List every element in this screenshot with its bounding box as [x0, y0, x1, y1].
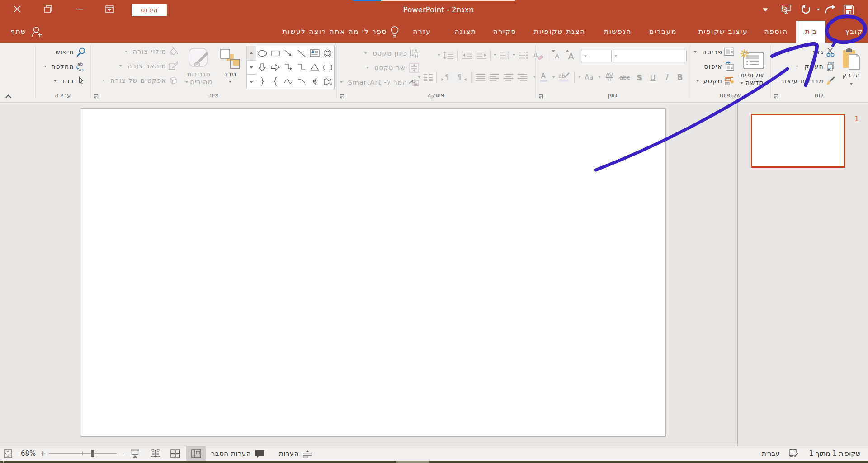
- zoom-slider[interactable]: [49, 446, 117, 461]
- shape-triangle[interactable]: [308, 60, 321, 74]
- align-center-button[interactable]: [504, 71, 513, 84]
- shape-scribble[interactable]: [308, 75, 321, 89]
- shape-elbow-connector[interactable]: [295, 60, 308, 74]
- zoom-out-button[interactable]: −: [118, 446, 125, 461]
- tab-transitions[interactable]: מעברים: [640, 21, 685, 43]
- shapes-scroll-down-button[interactable]: [247, 61, 256, 75]
- cut-button[interactable]: גזור: [779, 45, 835, 59]
- paste-button[interactable]: הדבק: [835, 47, 867, 94]
- justify-button[interactable]: [476, 71, 485, 84]
- line-spacing-button[interactable]: [443, 49, 454, 61]
- replace-button[interactable]: a b a c החלפה: [35, 59, 86, 74]
- paragraph-dialog-launcher[interactable]: [340, 94, 344, 99]
- bold-button[interactable]: B: [674, 71, 686, 84]
- font-color-button[interactable]: A: [538, 71, 550, 84]
- undo-button[interactable]: [801, 0, 811, 19]
- font-size-combobox[interactable]: [581, 50, 612, 62]
- zoom-in-button[interactable]: +: [40, 446, 46, 461]
- normal-view-button[interactable]: [186, 446, 206, 461]
- start-from-beginning-button[interactable]: [780, 0, 792, 19]
- tab-design[interactable]: עיצוב שקופית: [685, 21, 756, 43]
- slide-canvas[interactable]: [81, 108, 666, 437]
- convert-to-smartart-button[interactable]: המר ל- SmartArt: [336, 75, 419, 90]
- shape-down-arrow[interactable]: [256, 60, 269, 74]
- align-text-button[interactable]: ישר טקסט: [336, 61, 419, 75]
- spell-check-button[interactable]: [788, 446, 798, 461]
- zoom-level[interactable]: 68%: [21, 446, 36, 461]
- shape-fill-button[interactable]: מילוי צורה: [99, 44, 178, 59]
- undo-dropdown-button[interactable]: [816, 0, 821, 19]
- new-slide-button[interactable]: שקופית חדשה: [734, 47, 770, 94]
- layout-button[interactable]: פריסה: [690, 45, 734, 59]
- sign-in-button[interactable]: היכנס: [132, 4, 167, 16]
- change-case-button[interactable]: Aa: [583, 71, 595, 84]
- close-window-button[interactable]: [9, 0, 25, 18]
- redo-button[interactable]: [825, 0, 836, 19]
- reset-button[interactable]: איפוס: [690, 59, 734, 74]
- shape-right-arrow[interactable]: [269, 60, 282, 74]
- shape-oval-ring[interactable]: [321, 46, 334, 60]
- shape-freeform[interactable]: [321, 75, 334, 89]
- align-left-button[interactable]: [490, 71, 499, 84]
- tab-help[interactable]: עזרה: [405, 21, 439, 43]
- shape-left-brace[interactable]: [269, 75, 282, 89]
- copy-button[interactable]: העתק: [779, 59, 835, 74]
- align-right-button[interactable]: [518, 71, 527, 84]
- tab-file[interactable]: קובץ: [825, 21, 868, 43]
- select-button[interactable]: בחר: [35, 74, 86, 88]
- shape-arc[interactable]: [295, 75, 308, 89]
- rtl-text-direction-button[interactable]: ¶: [456, 71, 467, 84]
- slide-sorter-view-button[interactable]: [170, 446, 180, 461]
- tell-me-box[interactable]: ספר לי מה אתה רוצה לעשות: [277, 21, 405, 43]
- shape-curve[interactable]: [282, 75, 295, 89]
- decrease-indent-button[interactable]: [476, 49, 487, 61]
- format-painter-button[interactable]: מברשת עיצוב: [779, 74, 835, 88]
- language-indicator[interactable]: עברית: [762, 446, 780, 461]
- comments-button[interactable]: הערות הסבר: [211, 446, 265, 461]
- tab-insert[interactable]: הוספה: [756, 21, 796, 43]
- strikethrough-button[interactable]: abc: [618, 71, 632, 84]
- increase-indent-button[interactable]: [462, 49, 472, 61]
- slideshow-view-button[interactable]: [130, 446, 140, 461]
- underline-button[interactable]: U: [647, 71, 659, 84]
- shape-arrow[interactable]: [282, 46, 295, 60]
- grow-font-button[interactable]: A: [565, 49, 577, 63]
- collapse-ribbon-button[interactable]: [5, 94, 12, 99]
- text-shadow-button[interactable]: S: [633, 71, 645, 84]
- save-button[interactable]: [844, 0, 854, 19]
- share-button[interactable]: שתף: [0, 21, 43, 43]
- numbering-button[interactable]: 1 2 3: [499, 49, 510, 61]
- section-button[interactable]: מקטע: [690, 74, 734, 88]
- shape-line[interactable]: [295, 46, 308, 60]
- reading-view-button[interactable]: [151, 446, 160, 461]
- find-button[interactable]: חיפוש: [35, 45, 86, 59]
- ribbon-display-options-button[interactable]: [101, 0, 118, 18]
- italic-button[interactable]: I: [660, 71, 672, 84]
- shapes-scroll-up-button[interactable]: [247, 46, 256, 61]
- character-spacing-button[interactable]: AV ↔: [603, 71, 616, 84]
- fit-slide-to-window-button[interactable]: [4, 446, 12, 461]
- bullets-button[interactable]: [518, 49, 528, 61]
- clipboard-dialog-launcher[interactable]: [774, 94, 778, 99]
- tab-home[interactable]: בית: [796, 21, 825, 43]
- font-name-combobox[interactable]: [611, 50, 687, 62]
- minimize-window-button[interactable]: [71, 0, 88, 18]
- tab-review[interactable]: סקירה: [485, 21, 524, 43]
- shape-right-brace[interactable]: [256, 75, 269, 89]
- shape-ellipse[interactable]: [256, 46, 269, 60]
- shapes-more-button[interactable]: [247, 75, 256, 89]
- tab-animations[interactable]: הנפשות: [594, 21, 640, 43]
- zoom-slider-handle[interactable]: [91, 450, 94, 457]
- shape-outline-button[interactable]: מיתאר צורה: [99, 59, 178, 73]
- font-dialog-launcher[interactable]: [538, 94, 543, 99]
- drawing-dialog-launcher[interactable]: [94, 94, 99, 99]
- arrange-button[interactable]: סדר: [216, 46, 244, 93]
- customize-quick-access-toolbar-button[interactable]: [762, 0, 769, 19]
- shape-text-box[interactable]: A: [308, 46, 321, 60]
- columns-button[interactable]: [423, 71, 433, 84]
- quick-styles-button[interactable]: סגנונות מהירים: [182, 46, 216, 93]
- notes-button[interactable]: הערות: [279, 446, 312, 461]
- tab-slideshow[interactable]: הצגת שקופיות: [524, 21, 594, 43]
- slide-thumbnail-1[interactable]: [751, 114, 845, 168]
- shape-elbow-arrow-connector[interactable]: [282, 60, 295, 74]
